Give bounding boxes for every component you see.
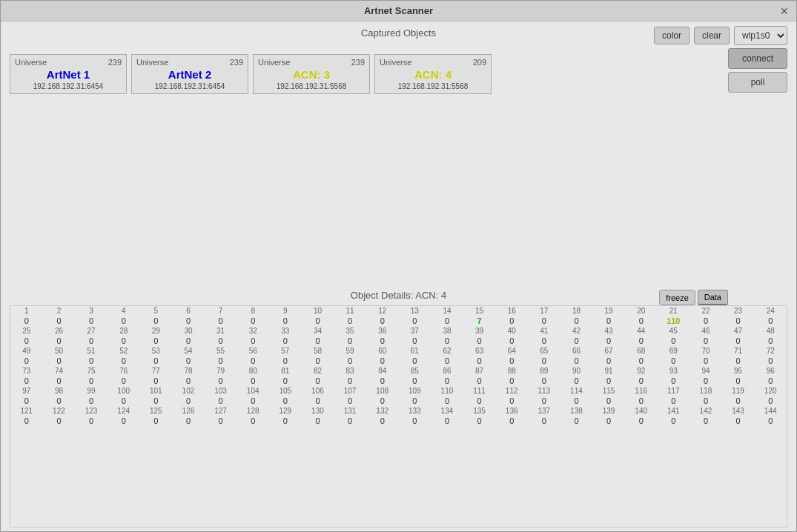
channel-value: 0 bbox=[43, 396, 76, 406]
channel-num: 76 bbox=[108, 366, 140, 376]
channel-num: 142 bbox=[689, 406, 722, 416]
poll-button[interactable]: poll bbox=[728, 72, 787, 93]
channel-value: 0 bbox=[625, 336, 658, 346]
channel-num: 65 bbox=[528, 346, 560, 356]
close-button[interactable]: ✕ bbox=[780, 5, 789, 17]
channel-num: 35 bbox=[334, 326, 366, 336]
channel-num: 51 bbox=[75, 346, 108, 356]
channel-num: 111 bbox=[463, 386, 496, 396]
channel-value: 0 bbox=[43, 356, 76, 366]
channel-value: 0 bbox=[658, 336, 690, 346]
channel-num: 18 bbox=[560, 306, 593, 316]
channel-value: 0 bbox=[592, 356, 625, 366]
channel-num: 13 bbox=[399, 306, 431, 316]
channel-num: 12 bbox=[366, 306, 399, 316]
channel-num: 139 bbox=[592, 406, 625, 416]
channel-num: 122 bbox=[43, 406, 76, 416]
window-title: Artnet Scanner bbox=[364, 5, 433, 16]
channel-value: 0 bbox=[334, 416, 366, 426]
channel-value: 7 bbox=[463, 316, 496, 326]
channel-num: 98 bbox=[43, 386, 76, 396]
channel-value: 0 bbox=[592, 316, 625, 326]
channel-num: 103 bbox=[205, 386, 237, 396]
channel-num: 2 bbox=[43, 306, 76, 316]
freeze-button[interactable]: freeze bbox=[659, 290, 695, 305]
channel-num: 102 bbox=[172, 386, 205, 396]
channel-value: 0 bbox=[43, 416, 76, 426]
channel-num: 25 bbox=[10, 326, 43, 336]
channel-num: 47 bbox=[722, 326, 755, 336]
channel-num: 140 bbox=[625, 406, 658, 416]
channel-value: 0 bbox=[140, 356, 173, 366]
channel-num: 32 bbox=[237, 326, 269, 336]
channel-value: 0 bbox=[108, 356, 140, 366]
data-grid-container[interactable]: 1234567891011121314151617181920212223240… bbox=[10, 305, 787, 528]
channel-num: 87 bbox=[463, 366, 496, 376]
data-grid: 1234567891011121314151617181920212223240… bbox=[10, 306, 787, 426]
channel-value: 0 bbox=[237, 336, 269, 346]
channel-value: 0 bbox=[592, 416, 625, 426]
channel-num: 135 bbox=[463, 406, 496, 416]
channel-value: 0 bbox=[366, 336, 399, 346]
channel-value: 0 bbox=[205, 356, 237, 366]
channel-num: 125 bbox=[140, 406, 173, 416]
channel-value: 0 bbox=[237, 396, 269, 406]
channel-num: 40 bbox=[495, 326, 528, 336]
channel-num: 134 bbox=[431, 406, 463, 416]
channel-value: 0 bbox=[399, 376, 431, 386]
object-card-artnet1[interactable]: Universe 239 ArtNet 1 192.168.192.31:645… bbox=[10, 54, 127, 94]
channel-value: 0 bbox=[431, 336, 463, 346]
object-card-acn4[interactable]: Universe 209 ACN: 4 192.168.192.31:5568 bbox=[374, 54, 492, 94]
object-card-artnet2[interactable]: Universe 239 ArtNet 2 192.168.192.31:645… bbox=[131, 54, 248, 94]
channel-value: 0 bbox=[108, 336, 140, 346]
color-button[interactable]: color bbox=[654, 27, 689, 44]
object-card-acn3[interactable]: Universe 239 ACN: 3 192.168.192.31:5568 bbox=[253, 54, 370, 94]
channel-num: 4 bbox=[108, 306, 140, 316]
channel-value: 0 bbox=[302, 396, 334, 406]
channel-value: 0 bbox=[528, 316, 560, 326]
channel-num: 66 bbox=[560, 346, 593, 356]
channel-value: 0 bbox=[108, 316, 140, 326]
channel-num: 128 bbox=[237, 406, 269, 416]
interface-select[interactable]: wlp1s0 eth0 lo bbox=[734, 26, 787, 45]
details-title: Object Details: ACN: 4 bbox=[351, 290, 446, 301]
channel-num: 114 bbox=[560, 386, 593, 396]
channel-num: 73 bbox=[10, 366, 43, 376]
channel-value: 0 bbox=[205, 416, 237, 426]
channel-value: 0 bbox=[366, 316, 399, 326]
card4-ip: 192.168.192.31:5568 bbox=[380, 82, 486, 90]
channel-value: 0 bbox=[399, 416, 431, 426]
channel-num: 30 bbox=[172, 326, 205, 336]
channel-value: 0 bbox=[495, 396, 528, 406]
channel-value: 0 bbox=[205, 316, 237, 326]
channel-num: 8 bbox=[237, 306, 269, 316]
channel-value: 0 bbox=[172, 396, 205, 406]
connect-button[interactable]: connect bbox=[728, 48, 787, 69]
channel-num: 63 bbox=[463, 346, 496, 356]
channel-num: 14 bbox=[431, 306, 463, 316]
channel-num: 95 bbox=[722, 366, 755, 376]
channel-value: 0 bbox=[463, 376, 496, 386]
channel-num: 123 bbox=[75, 406, 108, 416]
data-button[interactable]: Data bbox=[698, 290, 728, 305]
channel-value: 0 bbox=[560, 396, 593, 406]
channel-num: 69 bbox=[658, 346, 690, 356]
channel-value: 0 bbox=[237, 376, 269, 386]
channel-value: 0 bbox=[722, 336, 755, 346]
channel-num: 89 bbox=[528, 366, 560, 376]
channel-value: 0 bbox=[528, 376, 560, 386]
channel-value: 0 bbox=[399, 356, 431, 366]
channel-value: 0 bbox=[689, 396, 722, 406]
channel-num: 23 bbox=[722, 306, 755, 316]
channel-num: 42 bbox=[560, 326, 593, 336]
channel-value: 0 bbox=[754, 316, 787, 326]
channel-value: 0 bbox=[334, 396, 366, 406]
channel-num: 74 bbox=[43, 366, 76, 376]
channel-value: 0 bbox=[269, 356, 302, 366]
clear-button[interactable]: clear bbox=[694, 27, 730, 44]
channel-num: 16 bbox=[495, 306, 528, 316]
channel-num: 71 bbox=[722, 346, 755, 356]
channel-num: 58 bbox=[302, 346, 334, 356]
channel-num: 61 bbox=[399, 346, 431, 356]
channel-value: 0 bbox=[495, 316, 528, 326]
